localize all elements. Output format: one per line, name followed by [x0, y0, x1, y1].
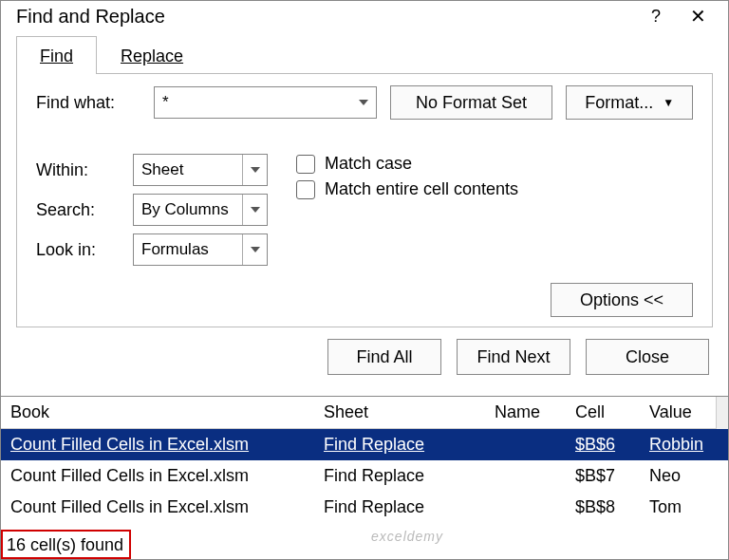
- cell-cell: $B$7: [575, 466, 615, 485]
- tabs: Find Replace: [16, 35, 713, 74]
- dialog-title: Find and Replace: [16, 6, 635, 28]
- cell-value: Tom: [649, 497, 682, 516]
- header-name[interactable]: Name: [485, 397, 566, 428]
- find-replace-dialog: Find and Replace ? ✕ Find Replace Find w…: [0, 0, 729, 560]
- find-what-input[interactable]: *: [154, 86, 377, 119]
- cell-sheet: Find Replace: [324, 466, 424, 485]
- cell-book: Count Filled Cells in Excel.xlsm: [10, 435, 249, 454]
- results-body: Count Filled Cells in Excel.xlsmFind Rep…: [1, 429, 728, 530]
- cell-sheet: Find Replace: [324, 497, 424, 516]
- status-text: 16 cell(s) found: [1, 530, 131, 559]
- titlebar: Find and Replace ? ✕: [1, 1, 728, 35]
- chevron-down-icon[interactable]: [242, 234, 267, 265]
- close-button[interactable]: Close: [586, 339, 709, 375]
- chevron-down-icon[interactable]: [351, 87, 376, 118]
- table-row[interactable]: Count Filled Cells in Excel.xlsmFind Rep…: [1, 492, 728, 523]
- tab-replace[interactable]: Replace: [97, 36, 207, 74]
- cell-cell: $B$6: [575, 435, 615, 454]
- chevron-down-icon[interactable]: [242, 195, 267, 225]
- help-icon[interactable]: ?: [635, 7, 677, 27]
- results-panel: Book Sheet Name Cell Value Count Filled …: [1, 396, 728, 559]
- tab-find[interactable]: Find: [16, 36, 97, 74]
- within-select[interactable]: Sheet: [133, 154, 268, 186]
- look-in-label: Look in:: [36, 240, 122, 260]
- header-sheet[interactable]: Sheet: [314, 397, 485, 428]
- cell-value: Robbin: [649, 435, 703, 454]
- header-value[interactable]: Value: [640, 397, 716, 428]
- options-button[interactable]: Options <<: [551, 283, 693, 317]
- chevron-down-icon: ▼: [663, 96, 674, 109]
- find-next-button[interactable]: Find Next: [457, 339, 570, 375]
- header-book[interactable]: Book: [1, 397, 314, 428]
- search-select[interactable]: By Columns: [133, 194, 268, 226]
- header-cell[interactable]: Cell: [566, 397, 640, 428]
- results-header: Book Sheet Name Cell Value: [1, 397, 716, 429]
- table-row[interactable]: Count Filled Cells in Excel.xlsmFind Rep…: [1, 429, 728, 460]
- table-row[interactable]: Count Filled Cells in Excel.xlsmFind Rep…: [1, 460, 728, 492]
- find-all-button[interactable]: Find All: [327, 339, 441, 375]
- chevron-down-icon[interactable]: [242, 155, 267, 185]
- cell-value: Neo: [649, 466, 681, 485]
- cell-book: Count Filled Cells in Excel.xlsm: [10, 497, 249, 516]
- look-in-select[interactable]: Formulas: [133, 233, 268, 266]
- action-row: Find All Find Next Close: [1, 327, 728, 386]
- format-button[interactable]: Format... ▼: [566, 85, 693, 120]
- checkbox-icon: [296, 155, 315, 174]
- cell-sheet: Find Replace: [324, 435, 424, 454]
- cell-cell: $B$8: [575, 497, 615, 516]
- checkbox-icon: [296, 180, 315, 199]
- match-case-checkbox[interactable]: Match case: [296, 154, 518, 174]
- find-panel: Find what: * No Format Set Format... ▼ W…: [16, 74, 713, 327]
- close-icon[interactable]: ✕: [677, 5, 719, 28]
- search-label: Search:: [36, 200, 122, 220]
- no-format-button[interactable]: No Format Set: [390, 85, 552, 120]
- within-label: Within:: [36, 160, 122, 180]
- scrollbar[interactable]: [716, 397, 728, 429]
- match-entire-checkbox[interactable]: Match entire cell contents: [296, 179, 518, 199]
- cell-book: Count Filled Cells in Excel.xlsm: [10, 466, 249, 485]
- find-what-label: Find what:: [36, 93, 140, 113]
